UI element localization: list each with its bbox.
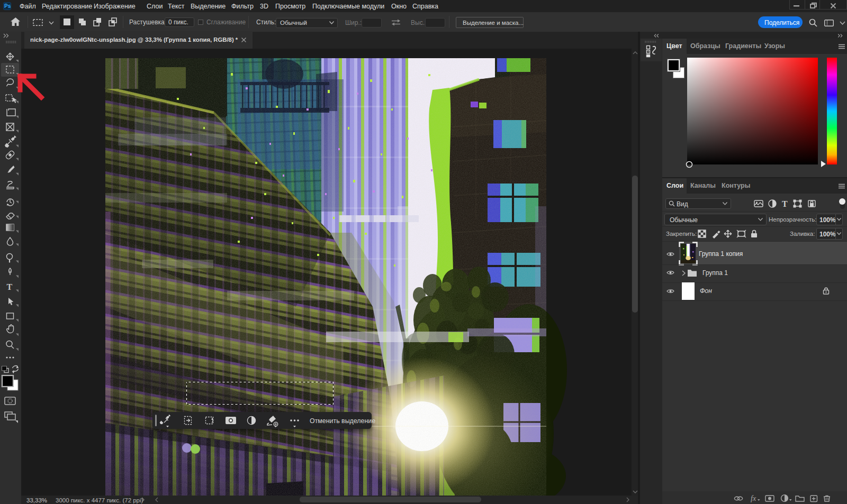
svg-text:T: T	[7, 282, 13, 291]
svg-text:fx: fx	[751, 494, 756, 502]
svg-text:T: T	[782, 199, 788, 208]
svg-text:Отменить выделение: Отменить выделение	[310, 417, 375, 425]
